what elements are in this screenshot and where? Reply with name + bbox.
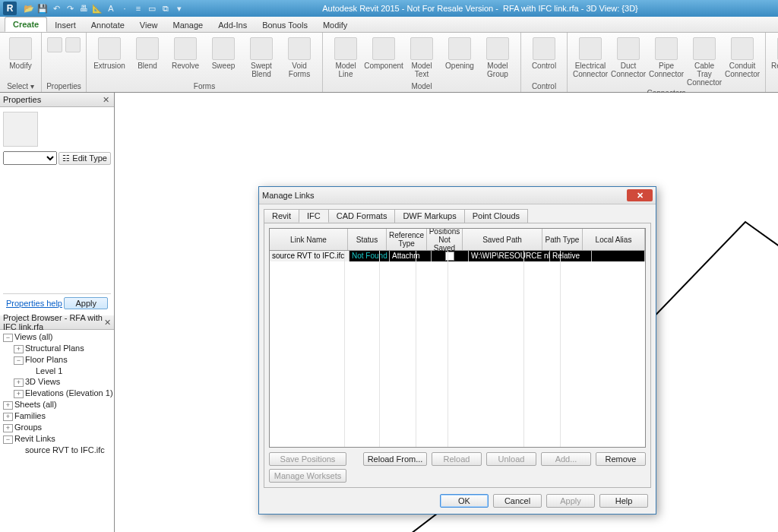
forms-item-5[interactable]: VoidForms bbox=[281, 36, 318, 80]
qat-text-icon[interactable]: A bbox=[105, 2, 117, 14]
help-button[interactable]: Help bbox=[599, 494, 648, 508]
tree-twisty-icon[interactable]: − bbox=[14, 356, 24, 365]
type-selector[interactable] bbox=[3, 151, 57, 165]
cell-path-type[interactable]: Relative bbox=[550, 251, 592, 261]
ribbon-tab-modify[interactable]: Modify bbox=[315, 18, 355, 32]
group-properties: Properties bbox=[42, 33, 87, 92]
tree-item[interactable]: source RVT to IFC.ifc bbox=[3, 445, 112, 455]
cell-link-name[interactable]: source RVT to IFC.ifc bbox=[270, 251, 349, 261]
dialog-title-bar[interactable]: Manage Links ✕ bbox=[259, 187, 656, 204]
tree-twisty-icon[interactable]: + bbox=[3, 424, 13, 432]
family-types-button[interactable] bbox=[65, 36, 81, 55]
properties-apply-button[interactable]: Apply bbox=[64, 297, 108, 309]
tree-item[interactable]: −Views (all) bbox=[3, 331, 112, 343]
tree-item[interactable]: −Floor Plans bbox=[3, 354, 112, 366]
group-select-label[interactable]: Select ▾ bbox=[5, 81, 36, 92]
ok-button[interactable]: OK bbox=[440, 494, 489, 508]
forms-item-4[interactable]: SweptBlend bbox=[243, 36, 280, 80]
col-link-name[interactable]: Link Name bbox=[270, 229, 348, 250]
tree-item[interactable]: Level 1 bbox=[3, 366, 112, 376]
dialog-close-button[interactable]: ✕ bbox=[627, 189, 653, 201]
model-item-4[interactable]: ModelGroup bbox=[479, 36, 516, 80]
qat-measure-icon[interactable]: 📐 bbox=[91, 2, 103, 14]
col-local-alias[interactable]: Local Alias bbox=[583, 229, 645, 250]
checkbox-icon[interactable] bbox=[445, 252, 454, 261]
model-item-0[interactable]: ModelLine bbox=[327, 36, 364, 80]
connector-item-1[interactable]: DuctConnector bbox=[610, 36, 647, 80]
qat-print-icon[interactable]: 🖶 bbox=[77, 2, 90, 14]
project-browser-tree[interactable]: −Views (all)+Structural Plans−Floor Plan… bbox=[0, 330, 114, 457]
model-item-2[interactable]: ModelText bbox=[403, 36, 440, 80]
modify-button[interactable]: Modify bbox=[2, 36, 39, 71]
qat-undo-icon[interactable]: ↶ bbox=[50, 2, 62, 14]
connector-item-0[interactable]: ElectricalConnector bbox=[572, 36, 609, 80]
cell-reference-type[interactable]: Attachm bbox=[390, 251, 432, 261]
connector-item-4[interactable]: ConduitConnector bbox=[724, 36, 761, 80]
forms-item-3[interactable]: Sweep bbox=[205, 36, 242, 71]
cell-local-alias[interactable] bbox=[592, 251, 645, 261]
col-status[interactable]: Status bbox=[348, 229, 387, 250]
tree-twisty-icon[interactable]: + bbox=[3, 401, 13, 410]
cell-positions-not-saved[interactable] bbox=[432, 251, 469, 261]
tree-twisty-icon[interactable]: − bbox=[3, 435, 13, 444]
cell-saved-path[interactable]: W:\WIP\RESOURCE nRAH\ bbox=[469, 251, 550, 261]
ribbon-tab-addins[interactable]: Add-Ins bbox=[210, 18, 255, 32]
qat-switch-icon[interactable]: ⧉ bbox=[160, 2, 172, 14]
datum-item-0[interactable]: ReferenceLine bbox=[770, 36, 778, 80]
col-reference-type[interactable]: Reference Type bbox=[387, 229, 427, 250]
tab-pointclouds[interactable]: Point Clouds bbox=[464, 209, 528, 223]
cancel-button[interactable]: Cancel bbox=[493, 494, 542, 508]
tree-twisty-icon[interactable]: − bbox=[3, 334, 13, 342]
app-logo[interactable]: R bbox=[3, 2, 17, 15]
tree-item[interactable]: +Groups bbox=[3, 422, 112, 433]
remove-button[interactable]: Remove bbox=[596, 452, 646, 466]
connector-item-3[interactable]: Cable TrayConnector bbox=[686, 36, 723, 88]
links-grid[interactable]: Link Name Status Reference Type Position… bbox=[269, 228, 646, 448]
properties-help-link[interactable]: Properties help bbox=[6, 299, 62, 308]
browser-close-icon[interactable]: ✕ bbox=[103, 317, 111, 328]
ribbon-tab-create[interactable]: Create bbox=[5, 17, 47, 32]
properties-button[interactable] bbox=[46, 36, 63, 55]
tree-item[interactable]: +Sheets (all) bbox=[3, 399, 112, 410]
tree-item[interactable]: −Revit Links bbox=[3, 433, 112, 445]
qat-dropdown-icon[interactable]: ▾ bbox=[173, 2, 185, 14]
ribbon-tab-bonus[interactable]: Bonus Tools bbox=[255, 18, 315, 32]
grid-row[interactable]: source RVT to IFC.ifc Not Found Attachm … bbox=[270, 251, 645, 261]
qat-redo-icon[interactable]: ↷ bbox=[64, 2, 76, 14]
model-item-1[interactable]: Component bbox=[365, 36, 402, 71]
tree-twisty-icon[interactable]: + bbox=[14, 345, 24, 353]
reload-from-button[interactable]: Reload From... bbox=[363, 452, 427, 466]
ribbon-tab-annotate[interactable]: Annotate bbox=[84, 18, 132, 32]
ribbon-tab-manage[interactable]: Manage bbox=[165, 18, 210, 32]
grid-body[interactable]: source RVT to IFC.ifc Not Found Attachm … bbox=[270, 251, 645, 447]
model-item-3[interactable]: Opening bbox=[441, 36, 478, 71]
edit-type-button[interactable]: ☷ Edit Type bbox=[59, 152, 111, 165]
tree-item[interactable]: +Elevations (Elevation 1) bbox=[3, 388, 112, 399]
tab-revit[interactable]: Revit bbox=[264, 209, 299, 223]
tree-twisty-icon[interactable]: + bbox=[3, 413, 13, 421]
qat-open-icon[interactable]: 📂 bbox=[23, 2, 35, 14]
control-item-0[interactable]: Control bbox=[526, 36, 562, 71]
tree-item[interactable]: +3D Views bbox=[3, 376, 112, 388]
qat-thinlines-icon[interactable]: ≡ bbox=[132, 2, 144, 14]
col-saved-path[interactable]: Saved Path bbox=[463, 229, 542, 250]
tree-twisty-icon[interactable]: + bbox=[14, 378, 24, 387]
tree-twisty-icon[interactable]: + bbox=[14, 390, 24, 398]
tree-item[interactable]: +Families bbox=[3, 410, 112, 422]
properties-close-icon[interactable]: ✕ bbox=[100, 94, 111, 105]
cell-status[interactable]: Not Found bbox=[349, 251, 390, 261]
qat-save-icon[interactable]: 💾 bbox=[36, 2, 49, 14]
col-positions-not-saved[interactable]: Positions Not Saved bbox=[427, 229, 463, 250]
tree-item[interactable]: +Structural Plans bbox=[3, 343, 112, 354]
ribbon-tab-insert[interactable]: Insert bbox=[47, 18, 84, 32]
ribbon-tab-view[interactable]: View bbox=[132, 18, 166, 32]
forms-item-2[interactable]: Revolve bbox=[167, 36, 204, 71]
tab-ifc[interactable]: IFC bbox=[299, 209, 329, 223]
forms-item-1[interactable]: Blend bbox=[129, 36, 166, 71]
forms-item-0[interactable]: Extrusion bbox=[91, 36, 128, 71]
tab-dwf[interactable]: DWF Markups bbox=[394, 209, 464, 223]
qat-close-hidden-icon[interactable]: ▭ bbox=[146, 2, 158, 14]
col-path-type[interactable]: Path Type bbox=[542, 229, 583, 250]
tab-cad[interactable]: CAD Formats bbox=[328, 209, 396, 223]
connector-item-2[interactable]: PipeConnector bbox=[648, 36, 685, 80]
